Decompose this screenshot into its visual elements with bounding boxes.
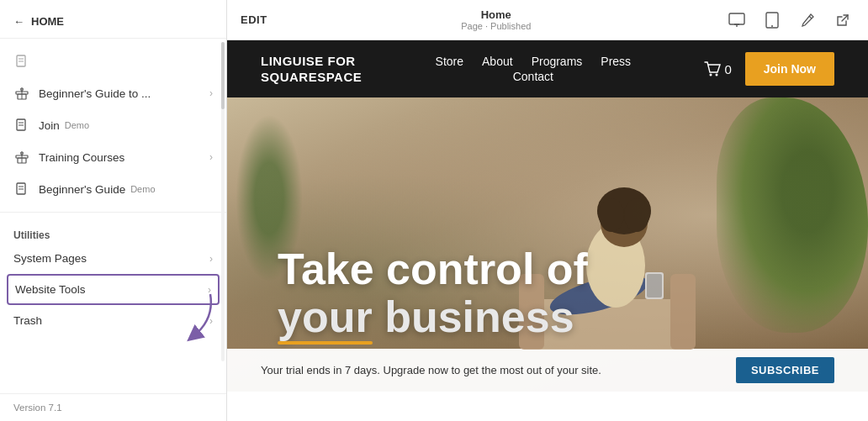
subscribe-button[interactable]: SUBSCRIBE <box>736 357 834 383</box>
top-bar: EDIT Home Page · Published <box>227 0 868 40</box>
pen-icon[interactable] <box>796 8 819 32</box>
nav-label-join: Join <box>39 119 60 132</box>
nav-item-training[interactable]: Training Courses › <box>0 141 226 173</box>
sidebar-footer: Version 7.1 <box>0 393 226 421</box>
logo-line1: LINGUISE FOR <box>261 54 356 68</box>
svg-point-31 <box>599 198 624 232</box>
page-subtitle: Page · Published <box>461 21 531 31</box>
nav-item-beginners-guide-2[interactable]: Beginner's Guide Demo <box>0 173 226 205</box>
hero-line1: Take control of <box>278 245 588 293</box>
nav-item-join-demo[interactable]: Join Demo <box>0 109 226 141</box>
nav-label-trash: Trash <box>13 314 42 327</box>
nav-label-guide2: Beginner's Guide <box>39 183 125 196</box>
scrollbar-thumb[interactable] <box>221 42 225 109</box>
website-logo: LINGUISE FOR SQUARESPACE <box>261 53 362 86</box>
demo-badge-join: Demo <box>65 120 89 130</box>
demo-badge-guide2: Demo <box>130 184 155 194</box>
svg-point-23 <box>716 74 718 76</box>
chevron-icon-tools: › <box>208 284 211 296</box>
svg-rect-15 <box>729 13 744 24</box>
nav-group: Store About Programs Press Contact <box>436 55 632 83</box>
svg-line-20 <box>809 16 812 18</box>
svg-point-19 <box>771 25 773 27</box>
hero-text: Take control of your business <box>278 245 588 341</box>
hero-line2: your business <box>278 292 574 341</box>
nav-row2: Contact <box>513 70 553 83</box>
chevron-icon-trash: › <box>209 315 213 327</box>
scrollbar-track[interactable] <box>221 42 225 361</box>
cart-count: 0 <box>724 62 731 76</box>
svg-rect-34 <box>647 274 662 297</box>
back-arrow-icon: ← <box>13 15 24 28</box>
website-header-right: 0 Join Now <box>704 52 834 86</box>
page-icon-3 <box>13 181 30 197</box>
nav-label-system: System Pages <box>13 252 87 265</box>
page-info: Home Page · Published <box>461 8 531 31</box>
sidebar-title: HOME <box>31 15 64 28</box>
gift-icon-1 <box>13 85 30 102</box>
hero-heading: Take control of your business <box>278 245 588 341</box>
nav-label: Beginner's Guide to ... <box>39 87 151 100</box>
website-preview: LINGUISE FOR SQUARESPACE Store About Pro… <box>227 40 868 421</box>
main-area: EDIT Home Page · Published <box>227 0 868 421</box>
nav-label-website-tools: Website Tools <box>15 283 86 296</box>
join-now-button[interactable]: Join Now <box>745 52 834 86</box>
page-icon-2 <box>13 117 30 134</box>
utilities-section-label: Utilities <box>0 219 226 245</box>
website-nav: Store About Programs Press Contact <box>436 55 632 83</box>
nav-item-beginners-guide-1[interactable]: Beginner's Guide to ... › <box>0 77 226 109</box>
hero-underline-word: your <box>278 293 373 341</box>
logo-line2: SQUARESPACE <box>261 70 362 84</box>
tablet-icon[interactable] <box>760 8 784 32</box>
nav-label-training: Training Courses <box>39 151 124 164</box>
nav-about[interactable]: About <box>482 55 513 68</box>
nav-item-website-tools[interactable]: Website Tools › <box>7 274 220 305</box>
sidebar-header[interactable]: ← HOME <box>0 0 226 39</box>
cart-icon[interactable]: 0 <box>704 61 731 76</box>
svg-point-32 <box>624 198 649 232</box>
chevron-icon: › <box>209 87 213 99</box>
nav-programs[interactable]: Programs <box>532 55 583 68</box>
chevron-icon-2: › <box>209 151 213 163</box>
svg-point-22 <box>710 74 712 76</box>
nav-row1: Store About Programs Press <box>436 55 632 68</box>
nav-press[interactable]: Press <box>601 55 631 68</box>
nav-item-partial[interactable] <box>0 45 226 77</box>
svg-rect-26 <box>670 274 696 350</box>
svg-line-21 <box>842 15 848 21</box>
sidebar: ← HOME <box>0 0 227 421</box>
page-title: Home <box>461 8 531 21</box>
chevron-icon-system: › <box>209 253 213 265</box>
nav-store[interactable]: Store <box>436 55 463 68</box>
nav-contact[interactable]: Contact <box>513 70 553 83</box>
sidebar-nav: Beginner's Guide to ... › Join Demo <box>0 39 226 393</box>
nav-item-trash[interactable]: Trash › <box>0 307 226 334</box>
desktop-icon[interactable] <box>725 8 749 32</box>
nav-item-system-pages[interactable]: System Pages › <box>0 245 226 272</box>
version-label: Version 7.1 <box>13 403 62 413</box>
website-header: LINGUISE FOR SQUARESPACE Store About Pro… <box>227 40 868 97</box>
gift-icon-2 <box>13 149 30 166</box>
page-icon <box>13 53 30 70</box>
top-bar-actions <box>725 8 855 32</box>
divider-1 <box>0 212 226 213</box>
external-link-icon[interactable] <box>831 8 855 32</box>
edit-label: EDIT <box>241 13 267 26</box>
hero-section: Take control of your business Your trial… <box>227 97 868 392</box>
